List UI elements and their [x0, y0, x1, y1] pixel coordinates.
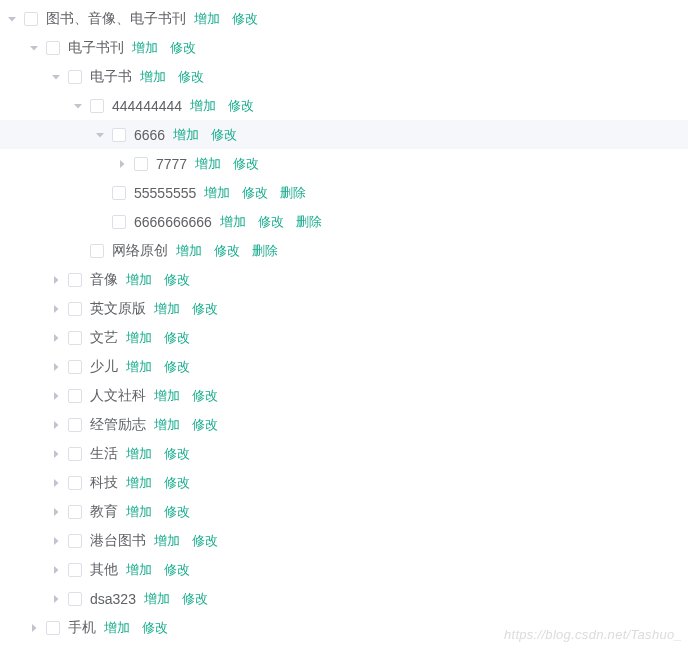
- add-button[interactable]: 增加: [195, 155, 221, 173]
- add-button[interactable]: 增加: [126, 358, 152, 376]
- tree-node-content[interactable]: 港台图书增加修改: [0, 526, 688, 555]
- checkbox[interactable]: [68, 302, 82, 316]
- caret-down-icon[interactable]: [88, 123, 112, 147]
- add-button[interactable]: 增加: [126, 503, 152, 521]
- checkbox[interactable]: [68, 360, 82, 374]
- add-button[interactable]: 增加: [176, 242, 202, 260]
- caret-down-icon[interactable]: [0, 7, 24, 31]
- caret-right-icon[interactable]: [22, 616, 46, 640]
- tree-node-content[interactable]: 444444444增加修改: [0, 91, 688, 120]
- caret-right-icon[interactable]: [44, 500, 68, 524]
- checkbox[interactable]: [68, 418, 82, 432]
- edit-button[interactable]: 修改: [232, 10, 258, 28]
- checkbox[interactable]: [68, 592, 82, 606]
- tree-node-content[interactable]: 其他增加修改: [0, 555, 688, 584]
- add-button[interactable]: 增加: [173, 126, 199, 144]
- checkbox[interactable]: [68, 534, 82, 548]
- edit-button[interactable]: 修改: [178, 68, 204, 86]
- checkbox[interactable]: [68, 447, 82, 461]
- tree-node-content[interactable]: 55555555增加修改删除: [0, 178, 688, 207]
- checkbox[interactable]: [134, 157, 148, 171]
- caret-right-icon[interactable]: [44, 326, 68, 350]
- tree-node-content[interactable]: 音像增加修改: [0, 265, 688, 294]
- checkbox[interactable]: [68, 273, 82, 287]
- edit-button[interactable]: 修改: [233, 155, 259, 173]
- tree-node-content[interactable]: 6666666666增加修改删除: [0, 207, 688, 236]
- edit-button[interactable]: 修改: [242, 184, 268, 202]
- caret-right-icon[interactable]: [44, 558, 68, 582]
- add-button[interactable]: 增加: [190, 97, 216, 115]
- checkbox[interactable]: [90, 99, 104, 113]
- add-button[interactable]: 增加: [144, 590, 170, 608]
- edit-button[interactable]: 修改: [214, 242, 240, 260]
- edit-button[interactable]: 修改: [192, 532, 218, 550]
- add-button[interactable]: 增加: [104, 619, 130, 637]
- caret-right-icon[interactable]: [44, 384, 68, 408]
- checkbox[interactable]: [112, 186, 126, 200]
- tree-node-content[interactable]: 科技增加修改: [0, 468, 688, 497]
- add-button[interactable]: 增加: [154, 300, 180, 318]
- delete-button[interactable]: 删除: [280, 184, 306, 202]
- tree-node-content[interactable]: 手机增加修改: [0, 613, 688, 642]
- edit-button[interactable]: 修改: [164, 329, 190, 347]
- edit-button[interactable]: 修改: [142, 619, 168, 637]
- delete-button[interactable]: 删除: [252, 242, 278, 260]
- checkbox[interactable]: [112, 128, 126, 142]
- tree-node-content[interactable]: 少儿增加修改: [0, 352, 688, 381]
- add-button[interactable]: 增加: [154, 387, 180, 405]
- checkbox[interactable]: [68, 563, 82, 577]
- edit-button[interactable]: 修改: [211, 126, 237, 144]
- add-button[interactable]: 增加: [126, 271, 152, 289]
- caret-right-icon[interactable]: [44, 268, 68, 292]
- tree-node-content[interactable]: 英文原版增加修改: [0, 294, 688, 323]
- add-button[interactable]: 增加: [126, 329, 152, 347]
- edit-button[interactable]: 修改: [182, 590, 208, 608]
- edit-button[interactable]: 修改: [228, 97, 254, 115]
- edit-button[interactable]: 修改: [170, 39, 196, 57]
- add-button[interactable]: 增加: [154, 532, 180, 550]
- checkbox[interactable]: [46, 621, 60, 635]
- edit-button[interactable]: 修改: [164, 474, 190, 492]
- edit-button[interactable]: 修改: [164, 271, 190, 289]
- add-button[interactable]: 增加: [126, 445, 152, 463]
- caret-right-icon[interactable]: [44, 529, 68, 553]
- edit-button[interactable]: 修改: [164, 503, 190, 521]
- tree-node-content[interactable]: 经管励志增加修改: [0, 410, 688, 439]
- checkbox[interactable]: [68, 505, 82, 519]
- caret-right-icon[interactable]: [44, 587, 68, 611]
- add-button[interactable]: 增加: [132, 39, 158, 57]
- caret-right-icon[interactable]: [44, 413, 68, 437]
- caret-down-icon[interactable]: [22, 36, 46, 60]
- tree-node-content[interactable]: 图书、音像、电子书刊增加修改: [0, 4, 688, 33]
- tree-node-content[interactable]: 生活增加修改: [0, 439, 688, 468]
- tree-node-content[interactable]: 电子书增加修改: [0, 62, 688, 91]
- edit-button[interactable]: 修改: [164, 358, 190, 376]
- checkbox[interactable]: [68, 70, 82, 84]
- caret-right-icon[interactable]: [110, 152, 134, 176]
- caret-right-icon[interactable]: [44, 442, 68, 466]
- add-button[interactable]: 增加: [154, 416, 180, 434]
- edit-button[interactable]: 修改: [192, 300, 218, 318]
- edit-button[interactable]: 修改: [192, 416, 218, 434]
- caret-down-icon[interactable]: [66, 94, 90, 118]
- edit-button[interactable]: 修改: [192, 387, 218, 405]
- tree-node-content[interactable]: 7777增加修改: [0, 149, 688, 178]
- checkbox[interactable]: [112, 215, 126, 229]
- checkbox[interactable]: [90, 244, 104, 258]
- add-button[interactable]: 增加: [140, 68, 166, 86]
- delete-button[interactable]: 删除: [296, 213, 322, 231]
- tree-node-content[interactable]: dsa323增加修改: [0, 584, 688, 613]
- add-button[interactable]: 增加: [126, 474, 152, 492]
- tree-node-content[interactable]: 教育增加修改: [0, 497, 688, 526]
- add-button[interactable]: 增加: [126, 561, 152, 579]
- tree-node-content[interactable]: 6666增加修改: [0, 120, 688, 149]
- caret-right-icon[interactable]: [44, 297, 68, 321]
- add-button[interactable]: 增加: [204, 184, 230, 202]
- caret-right-icon[interactable]: [44, 471, 68, 495]
- edit-button[interactable]: 修改: [258, 213, 284, 231]
- tree-node-content[interactable]: 网络原创增加修改删除: [0, 236, 688, 265]
- edit-button[interactable]: 修改: [164, 561, 190, 579]
- caret-right-icon[interactable]: [44, 355, 68, 379]
- checkbox[interactable]: [68, 389, 82, 403]
- checkbox[interactable]: [68, 476, 82, 490]
